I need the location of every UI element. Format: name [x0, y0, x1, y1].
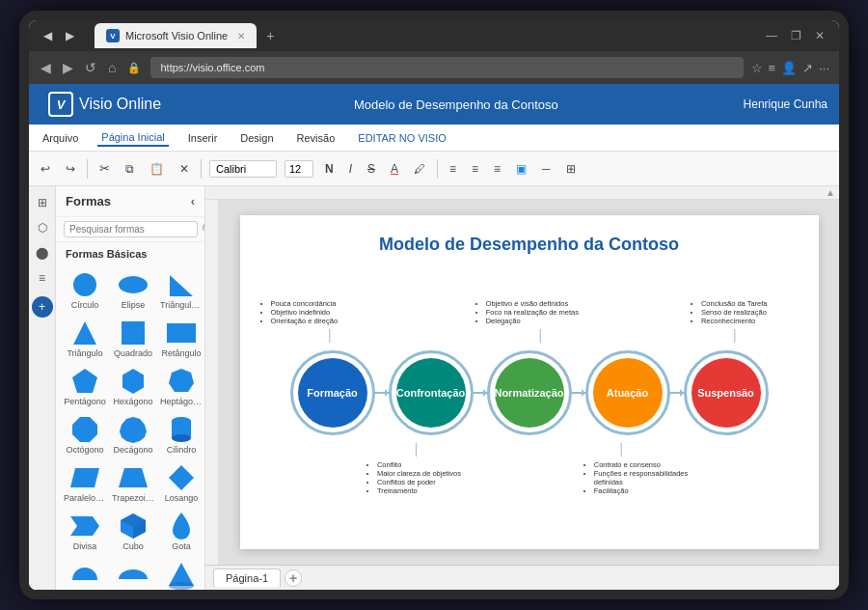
svg-marker-9	[72, 417, 97, 442]
shape-ellipse[interactable]: Elipse	[110, 267, 156, 314]
shape-cone[interactable]: Cone	[158, 557, 204, 590]
connect-icon[interactable]: ⬡	[32, 217, 53, 238]
shape-semi-ellipse[interactable]: Semieclipse	[110, 557, 156, 590]
format-icon[interactable]: ⬤	[32, 242, 53, 263]
share-icon[interactable]: ↗	[802, 61, 813, 75]
ribbon-sep-2	[201, 159, 202, 179]
shape-cube[interactable]: Cubo	[110, 509, 156, 555]
nav-forward-button[interactable]: ▶	[61, 58, 75, 77]
font-color-button[interactable]: A	[387, 160, 402, 178]
copy-button[interactable]: ⧉	[122, 160, 138, 178]
add-shape-icon[interactable]: +	[32, 296, 53, 318]
square-icon	[118, 319, 149, 347]
shape-octagon[interactable]: Octógono	[62, 412, 108, 458]
data-icon[interactable]: ≡	[32, 267, 53, 289]
bottom-label-spacer-2	[475, 460, 582, 495]
menu-design[interactable]: Design	[236, 130, 277, 146]
shape-drop[interactable]: Gota	[158, 509, 204, 555]
shape-decagon[interactable]: Decágono	[110, 412, 156, 458]
bottom-label-group-2: Contrato e consenso Funções e responsabi…	[583, 460, 692, 495]
diagram-page: Modelo de Desempenho da Contoso Pouca co…	[240, 215, 819, 549]
shape-rectangle[interactable]: Retângulo	[158, 316, 204, 362]
line-color-button[interactable]: ─	[538, 160, 555, 178]
new-tab-button[interactable]: +	[260, 26, 280, 45]
shape-diamond[interactable]: Losango	[158, 460, 204, 507]
shape-square[interactable]: Quadrado	[110, 316, 156, 362]
shapes-grid: Círculo Elipse	[56, 263, 204, 590]
shape-trapezoid[interactable]: Trapezoide	[110, 460, 156, 507]
shape-semicircle[interactable]: Semicírculo	[62, 557, 108, 590]
italic-button[interactable]: I	[345, 160, 356, 178]
circle-inner-formacao: Formação	[298, 358, 367, 428]
app-header: V Visio Online Modelo de Desempenho da C…	[29, 84, 839, 125]
chevron-icon	[69, 513, 100, 540]
shape-chevron[interactable]: Divisa	[62, 509, 108, 555]
delete-button[interactable]: ✕	[176, 160, 193, 178]
account-icon[interactable]: 👤	[781, 61, 797, 75]
shape-circle[interactable]: Círculo	[62, 267, 108, 314]
align-right-button[interactable]: ≡	[490, 160, 504, 178]
browser-tab-active[interactable]: V Microsoft Visio Online ✕	[95, 23, 257, 48]
diagram-container: Pouca concordância Objetivo indefinido O…	[259, 264, 800, 530]
circles-row: Formação	[290, 350, 769, 435]
text-highlight-button[interactable]: 🖊	[410, 160, 429, 178]
circle-icon	[69, 271, 100, 298]
shape-cylinder[interactable]: Cilindro	[158, 412, 204, 458]
address-bar-input[interactable]	[150, 57, 743, 78]
bottom-connectors	[259, 443, 800, 457]
top-label-group-3: Conclusão da Tarefa Senso de realização …	[690, 299, 800, 325]
back-button[interactable]: ◀	[39, 27, 57, 44]
strikethrough-button[interactable]: S	[364, 160, 379, 178]
bold-button[interactable]: N	[321, 160, 338, 178]
shape-hexagon[interactable]: Hexágono	[110, 364, 156, 410]
nav-home-button[interactable]: ⌂	[106, 58, 118, 77]
canvas-content: Modelo de Desempenho da Contoso Pouca co…	[205, 200, 839, 565]
shape-right-triangle[interactable]: Triângulo Re...	[158, 267, 204, 314]
menu-icon[interactable]: ≡	[769, 61, 776, 75]
menu-pagina-inicial[interactable]: Página Inicial	[97, 129, 168, 147]
shape-parallelogram[interactable]: Paralelogramo	[62, 460, 108, 507]
add-page-button[interactable]: +	[285, 569, 302, 587]
shapes-section-title: Formas Básicas	[56, 242, 204, 263]
fill-color-button[interactable]: ▣	[512, 160, 530, 178]
paste-button[interactable]: 📋	[146, 160, 168, 178]
menu-revisao[interactable]: Revisão	[293, 130, 339, 146]
shapes-search-input[interactable]	[64, 221, 198, 237]
menu-editar-visio[interactable]: EDITAR NO VISIO	[354, 130, 449, 146]
pentagon-icon	[69, 368, 100, 395]
tab-icon: V	[106, 29, 120, 42]
menu-arquivo[interactable]: Arquivo	[39, 130, 82, 146]
tab-close-button[interactable]: ✕	[237, 31, 245, 42]
redo-button[interactable]: ↪	[62, 160, 79, 178]
undo-button[interactable]: ↩	[37, 160, 54, 178]
shape-heptagon[interactable]: Heptágono	[158, 364, 204, 410]
align-left-button[interactable]: ≡	[446, 160, 460, 178]
shape-cylinder-label: Cilindro	[167, 445, 197, 455]
restore-button[interactable]: ❐	[786, 27, 806, 44]
forward-button[interactable]: ▶	[61, 27, 79, 44]
rectangle-icon	[166, 319, 197, 347]
nav-back-button[interactable]: ◀	[39, 58, 53, 77]
bottom-labels: Conflito Maior clareza de objetivos Conf…	[259, 460, 800, 495]
star-icon[interactable]: ☆	[751, 61, 763, 75]
close-button[interactable]: ✕	[810, 27, 829, 44]
font-size-selector[interactable]: 12	[285, 160, 313, 178]
more-icon[interactable]: ···	[819, 61, 829, 75]
align-center-button[interactable]: ≡	[468, 160, 482, 178]
svg-marker-6	[72, 369, 97, 393]
svg-marker-15	[119, 468, 148, 487]
canvas-paper[interactable]: Modelo de Desempenho da Contoso Pouca co…	[219, 200, 839, 565]
shape-right-triangle-label: Triângulo Re...	[160, 300, 203, 310]
minimize-button[interactable]: —	[761, 27, 782, 44]
nav-refresh-button[interactable]: ↺	[83, 58, 98, 77]
shape-triangle[interactable]: Triângulo	[62, 316, 108, 362]
menu-inserir[interactable]: Inserir	[184, 130, 222, 146]
arrange-button[interactable]: ⊞	[562, 160, 580, 178]
cut-button[interactable]: ✂	[95, 159, 114, 178]
sidebar-collapse-icon[interactable]: ‹	[191, 194, 195, 208]
shapes-panel-icon[interactable]: ⊞	[32, 192, 53, 213]
font-selector[interactable]: Calibri	[209, 160, 277, 178]
shape-cube-label: Cubo	[122, 541, 144, 551]
page-tab-1[interactable]: Página-1	[213, 568, 281, 587]
shape-pentagon[interactable]: Pentágono	[62, 364, 108, 410]
